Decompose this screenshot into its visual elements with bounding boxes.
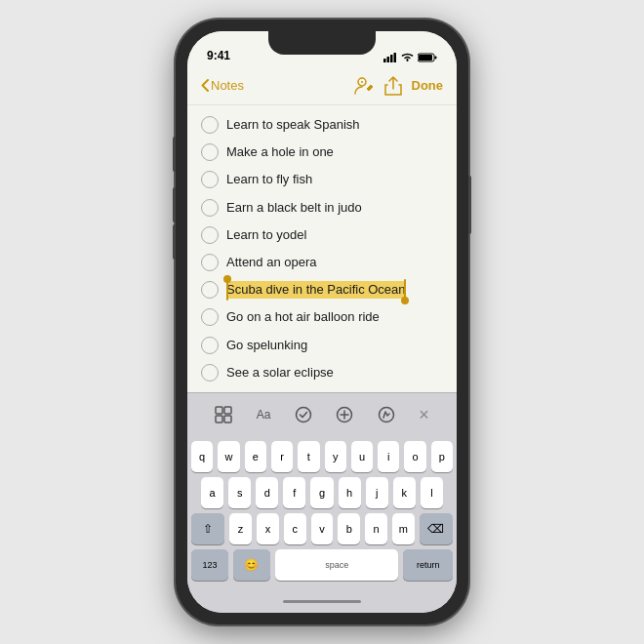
list-item: Learn to yodel <box>187 221 457 249</box>
note-text-7[interactable]: Scuba dive in the Pacific Ocean <box>226 281 406 299</box>
formatting-toolbar: Aa × <box>187 392 457 435</box>
note-text-6[interactable]: Attend an opera <box>226 254 317 271</box>
list-item-selected: Scuba dive in the Pacific Ocean <box>187 276 457 303</box>
done-button[interactable]: Done <box>412 78 444 93</box>
note-text-5[interactable]: Learn to yodel <box>226 226 306 244</box>
note-text-2[interactable]: Make a hole in one <box>226 143 334 161</box>
key-p[interactable]: p <box>431 441 453 472</box>
key-f[interactable]: f <box>283 477 305 508</box>
key-u[interactable]: u <box>351 441 373 472</box>
key-l[interactable]: l <box>421 477 443 508</box>
key-i[interactable]: i <box>378 441 399 472</box>
key-q[interactable]: q <box>191 441 213 472</box>
key-s[interactable]: s <box>228 477 251 508</box>
key-r[interactable]: r <box>271 441 293 472</box>
add-icon[interactable] <box>336 406 353 423</box>
phone-frame: 9:41 <box>176 20 468 624</box>
note-text-1[interactable]: Learn to speak Spanish <box>226 116 360 134</box>
key-j[interactable]: j <box>366 477 388 508</box>
svg-point-8 <box>361 81 363 83</box>
keyboard-row-4: 123 😊 space return <box>191 549 453 581</box>
keyboard-row-2: a s d f g h j k l <box>191 477 453 508</box>
list-item: Go spelunking <box>187 332 457 359</box>
checkbox-10[interactable] <box>201 364 219 382</box>
note-text-4[interactable]: Earn a black belt in judo <box>226 199 362 217</box>
close-icon[interactable]: × <box>419 406 429 423</box>
key-g[interactable]: g <box>310 477 333 508</box>
key-v[interactable]: v <box>311 513 334 544</box>
keyboard-row-3: ⇧ z x c v b n m ⌫ <box>191 513 453 544</box>
nav-bar: Notes Done <box>187 66 457 105</box>
key-a[interactable]: a <box>201 477 223 508</box>
list-item: Make a hole in one <box>187 139 457 166</box>
svg-rect-2 <box>390 55 393 62</box>
back-chevron-icon <box>201 79 209 92</box>
checkbox-7[interactable] <box>201 281 219 299</box>
key-k[interactable]: k <box>393 477 416 508</box>
notch <box>268 31 376 55</box>
checkbox-1[interactable] <box>201 116 219 134</box>
svg-rect-6 <box>419 55 432 60</box>
keyboard[interactable]: q w e r t y u i o p a s d f g h j k <box>187 435 457 589</box>
note-text-3[interactable]: Learn to fly fish <box>226 171 312 188</box>
svg-point-13 <box>296 407 310 422</box>
home-indicator <box>283 600 361 603</box>
note-text-10[interactable]: See a solar eclipse <box>226 364 334 382</box>
keyboard-row-1: q w e r t y u i o p <box>191 441 453 472</box>
nav-back-button[interactable]: Notes <box>201 78 244 93</box>
list-item: Learn to fly fish <box>187 166 457 193</box>
notes-list: Learn to speak Spanish Make a hole in on… <box>187 105 457 392</box>
bottom-bar <box>187 589 457 613</box>
key-d[interactable]: d <box>256 477 278 508</box>
list-item: Learn to speak Spanish <box>187 111 457 139</box>
checkbox-5[interactable] <box>201 226 219 244</box>
checklist-icon[interactable] <box>295 406 312 423</box>
wifi-icon <box>401 53 414 62</box>
key-z[interactable]: z <box>229 513 252 544</box>
checkbox-4[interactable] <box>201 199 219 217</box>
svg-rect-0 <box>383 59 386 62</box>
checkbox-2[interactable] <box>201 143 219 161</box>
phone-screen: 9:41 <box>187 31 457 613</box>
svg-rect-5 <box>435 57 437 60</box>
list-item: Go on a hot air balloon ride <box>187 303 457 331</box>
return-key[interactable]: return <box>403 549 453 581</box>
back-label: Notes <box>211 78 244 93</box>
svg-rect-10 <box>224 407 231 414</box>
key-b[interactable]: b <box>338 513 360 544</box>
collaborator-icon[interactable] <box>353 75 375 97</box>
note-text-8[interactable]: Go on a hot air balloon ride <box>226 308 380 326</box>
shift-key[interactable]: ⇧ <box>191 513 224 544</box>
checkbox-3[interactable] <box>201 171 219 188</box>
key-o[interactable]: o <box>404 441 425 472</box>
emoji-key[interactable]: 😊 <box>233 549 270 581</box>
key-y[interactable]: y <box>325 441 346 472</box>
key-w[interactable]: w <box>218 441 239 472</box>
checkbox-9[interactable] <box>201 337 219 354</box>
numbers-key[interactable]: 123 <box>191 549 228 581</box>
svg-rect-1 <box>387 57 390 62</box>
key-x[interactable]: x <box>257 513 279 544</box>
key-n[interactable]: n <box>365 513 387 544</box>
checkbox-6[interactable] <box>201 254 219 271</box>
markup-icon[interactable] <box>378 406 395 423</box>
key-m[interactable]: m <box>392 513 415 544</box>
svg-rect-11 <box>216 416 222 423</box>
key-t[interactable]: t <box>298 441 319 472</box>
battery-icon <box>418 53 437 62</box>
key-h[interactable]: h <box>339 477 361 508</box>
delete-key[interactable]: ⌫ <box>420 513 453 544</box>
grid-icon[interactable] <box>215 406 232 423</box>
list-item: Attend an opera <box>187 249 457 276</box>
checkbox-8[interactable] <box>201 308 219 326</box>
svg-rect-12 <box>224 416 231 423</box>
key-c[interactable]: c <box>284 513 306 544</box>
svg-rect-9 <box>216 407 222 414</box>
svg-rect-3 <box>394 53 397 62</box>
share-icon[interactable] <box>384 76 402 96</box>
note-text-9[interactable]: Go spelunking <box>226 337 307 354</box>
key-e[interactable]: e <box>245 441 266 472</box>
font-icon[interactable]: Aa <box>257 408 271 422</box>
space-key[interactable]: space <box>275 549 399 581</box>
list-item: See a solar eclipse <box>187 359 457 386</box>
